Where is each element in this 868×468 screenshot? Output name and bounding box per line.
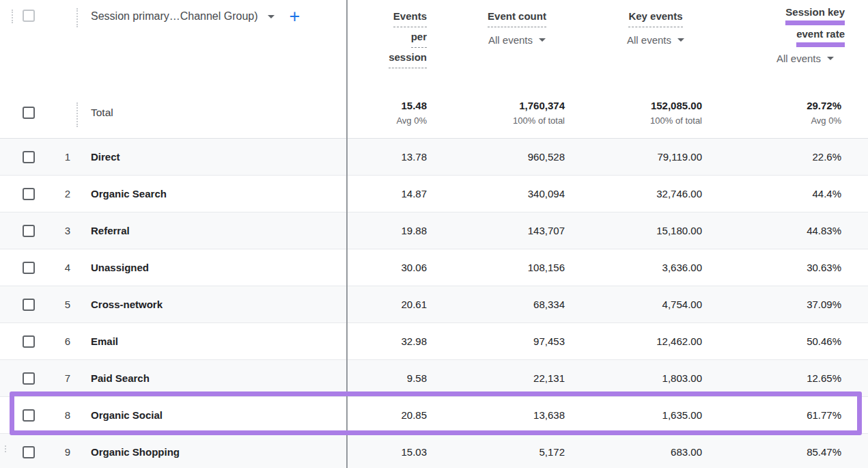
column-resize-handle[interactable]	[5, 445, 6, 452]
table-row: 5 Cross-network 20.61 68,334 4,754.00 37…	[0, 286, 868, 322]
sort-events-per-session[interactable]: session	[389, 48, 427, 68]
row-number: 4	[61, 262, 70, 273]
dimension-dropdown[interactable]: Session primary…Channel Group) +	[91, 0, 300, 24]
column-divider[interactable]	[346, 0, 348, 468]
column-resize-handle[interactable]	[76, 8, 78, 27]
total-cell: 29.72%Avg 0%	[712, 87, 868, 138]
chevron-down-icon	[539, 38, 546, 42]
table-row-highlighted: 8 Organic Social 20.85 13,638 1,635.00 6…	[0, 396, 868, 433]
sort-session-key-event-rate[interactable]: Session key	[785, 5, 845, 25]
row-checkbox[interactable]	[23, 446, 35, 458]
row-dimension: Email	[75, 323, 346, 359]
row-number: 8	[61, 409, 70, 421]
cell-events-per-session: 13.78	[346, 139, 438, 175]
ga4-report-table: Session primary…Channel Group) + Events …	[0, 0, 868, 468]
dimension-header-cell: Session primary…Channel Group) +	[75, 0, 346, 87]
cell-events-per-session: 14.87	[346, 176, 438, 212]
row-dimension: Paid Search	[75, 360, 346, 396]
cell-events-per-session: 20.85	[346, 397, 438, 433]
select-all-checkbox[interactable]	[23, 10, 35, 22]
total-cell: 1,760,374100% of total	[438, 87, 575, 138]
cell-key-events: 12,462.00	[575, 323, 712, 359]
cell-event-count: 108,156	[438, 249, 575, 286]
table-row: 6 Email 32.98 97,453 12,462.00 50.46%	[0, 322, 868, 359]
cell-key-events: 683.00	[575, 434, 712, 468]
row-number: 9	[61, 446, 70, 458]
row-checkbox[interactable]	[23, 335, 35, 348]
sort-key-events[interactable]: Key events	[628, 7, 682, 27]
column-resize-handle[interactable]	[76, 102, 78, 127]
table-header-row: Session primary…Channel Group) + Events …	[0, 0, 868, 87]
session-key-event-rate-filter-dropdown[interactable]: All events	[712, 53, 834, 64]
cell-key-events: 32,746.00	[575, 176, 712, 212]
cell-key-events: 3,636.00	[575, 249, 712, 286]
row-number: 3	[61, 225, 70, 236]
cell-event-count: 5,172	[438, 434, 575, 468]
table-row: 3 Referral 19.88 143,707 15,180.00 44.83…	[0, 212, 868, 249]
total-label: Total	[75, 87, 346, 138]
table-row: 1 Direct 13.78 960,528 79,119.00 22.6%	[0, 138, 868, 175]
row-number: 6	[61, 335, 70, 347]
cell-events-per-session: 20.61	[346, 286, 438, 322]
event-count-filter-dropdown[interactable]: All events	[459, 34, 575, 46]
header-session-key-event-rate: Session key event rate All events	[712, 0, 868, 87]
header-event-count: Event count All events	[438, 0, 575, 87]
total-cell: 152,085.00100% of total	[575, 87, 712, 138]
total-cell: 15.48Avg 0%	[346, 87, 438, 138]
cell-event-count: 960,528	[438, 139, 575, 175]
cell-event-count: 340,094	[438, 176, 575, 212]
row-dimension: Organic Social	[75, 397, 346, 433]
sort-events-per-session[interactable]: per	[411, 27, 427, 48]
chevron-down-icon	[677, 38, 684, 42]
cell-events-per-session: 9.58	[346, 360, 438, 396]
table-row: 4 Unassigned 30.06 108,156 3,636.00 30.6…	[0, 249, 868, 286]
cell-key-events: 1,803.00	[575, 360, 712, 396]
cell-event-count: 68,334	[438, 286, 575, 322]
cell-key-events: 79,119.00	[575, 139, 712, 175]
total-row: Total 15.48Avg 0% 1,760,374100% of total…	[0, 87, 868, 138]
chevron-down-icon	[268, 15, 275, 18]
row-dimension: Referral	[75, 212, 346, 249]
row-dimension: Organic Search	[75, 176, 346, 212]
filter-label: All events	[488, 34, 533, 46]
row-dimension: Organic Shopping	[75, 434, 346, 468]
row-dimension: Cross-network	[75, 286, 346, 322]
add-dimension-button[interactable]: +	[290, 9, 300, 24]
cell-event-count: 13,638	[438, 397, 575, 433]
row-checkbox[interactable]	[23, 262, 35, 274]
cell-events-per-session: 15.03	[346, 434, 438, 468]
cell-events-per-session: 30.06	[346, 249, 438, 286]
cell-event-count: 97,453	[438, 323, 575, 359]
sort-session-key-event-rate[interactable]: event rate	[796, 27, 845, 47]
cell-session-key-event-rate: 44.83%	[712, 212, 868, 249]
row-checkbox[interactable]	[23, 409, 35, 422]
row-checkbox[interactable]	[23, 188, 35, 200]
cell-session-key-event-rate: 12.65%	[712, 360, 868, 396]
row-checkbox[interactable]	[23, 372, 35, 385]
sort-events-per-session[interactable]: Events	[393, 7, 427, 27]
row-number: 1	[61, 151, 70, 163]
chevron-down-icon	[827, 57, 834, 60]
sort-event-count[interactable]: Event count	[488, 7, 546, 27]
cell-key-events: 15,180.00	[575, 212, 712, 249]
cell-session-key-event-rate: 61.77%	[712, 397, 868, 433]
cell-session-key-event-rate: 85.47%	[712, 434, 868, 468]
row-checkbox[interactable]	[23, 225, 35, 237]
row-dimension: Unassigned	[75, 249, 346, 286]
cell-events-per-session: 19.88	[346, 212, 438, 249]
header-events-per-session: Events per session	[346, 0, 438, 87]
row-checkbox[interactable]	[23, 107, 35, 119]
table-row: 9 Organic Shopping 15.03 5,172 683.00 85…	[0, 433, 868, 468]
row-checkbox[interactable]	[23, 299, 35, 311]
row-number: 5	[61, 299, 70, 310]
cell-session-key-event-rate: 50.46%	[712, 323, 868, 359]
filter-label: All events	[627, 34, 671, 46]
cell-event-count: 22,131	[438, 360, 575, 396]
cell-session-key-event-rate: 44.4%	[712, 176, 868, 212]
cell-events-per-session: 32.98	[346, 323, 438, 359]
row-checkbox[interactable]	[23, 151, 35, 163]
cell-event-count: 143,707	[438, 212, 575, 249]
row-dimension: Direct	[75, 139, 346, 175]
column-resize-handle[interactable]	[12, 10, 13, 23]
key-events-filter-dropdown[interactable]: All events	[600, 34, 712, 46]
